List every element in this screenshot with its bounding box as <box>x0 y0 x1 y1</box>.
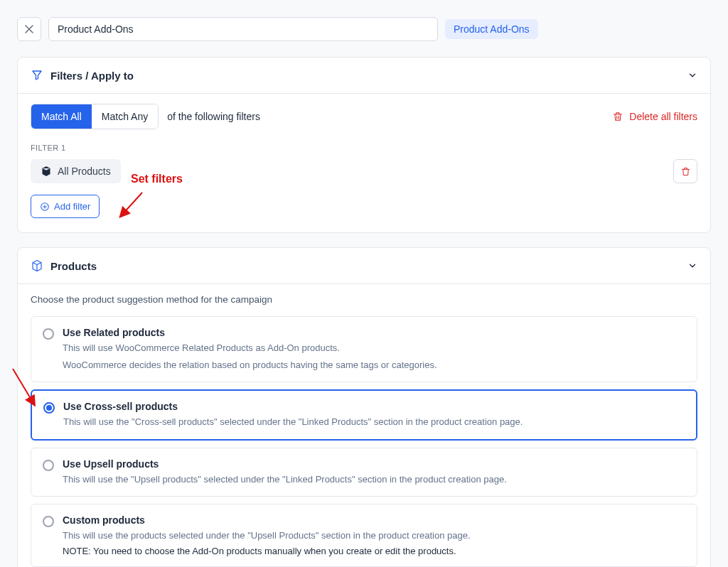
chevron-down-icon <box>687 261 697 271</box>
option-desc: This will use WooCommerce Related Produc… <box>63 341 437 355</box>
option-title: Use Cross-sell products <box>63 401 523 412</box>
option-desc: This will use the "Upsell products" sele… <box>63 472 507 487</box>
products-intro: Choose the product suggestion method for… <box>31 294 697 305</box>
trash-icon <box>680 166 691 177</box>
campaign-name-input[interactable] <box>48 17 438 41</box>
filter-1-label: FILTER 1 <box>31 144 697 152</box>
chevron-down-icon <box>687 70 697 80</box>
products-card: Products Choose the product suggestion m… <box>17 247 711 567</box>
products-card-body: Choose the product suggestion method for… <box>18 284 710 567</box>
radio-icon <box>43 402 55 414</box>
option-custom-products[interactable]: Custom products This will use the produc… <box>31 504 697 567</box>
delete-filter-button[interactable] <box>673 159 697 183</box>
products-card-header[interactable]: Products <box>18 248 710 284</box>
option-title: Custom products <box>63 514 471 526</box>
trash-icon <box>612 111 623 122</box>
filter-row: All Products <box>31 159 697 183</box>
match-toggle: Match All Match Any <box>31 104 159 129</box>
close-icon <box>24 24 34 34</box>
match-all-toggle[interactable]: Match All <box>31 104 92 129</box>
filters-card-header[interactable]: Filters / Apply to <box>18 58 710 93</box>
option-related-products[interactable]: Use Related products This will use WooCo… <box>31 316 697 382</box>
following-text: of the following filters <box>167 111 260 122</box>
option-cross-sell-products[interactable]: Use Cross-sell products This will use th… <box>31 389 697 441</box>
option-desc: This will use the "Cross-sell products" … <box>63 415 523 429</box>
cube-icon <box>41 166 52 177</box>
filter-chip-all-products[interactable]: All Products <box>31 159 121 183</box>
option-note: NOTE: You need to choose the Add-On prod… <box>63 546 471 556</box>
filters-card-title: Filters / Apply to <box>50 70 687 82</box>
products-card-title: Products <box>50 260 687 272</box>
option-upsell-products[interactable]: Use Upsell products This will use the "U… <box>31 448 697 497</box>
radio-icon <box>43 460 54 471</box>
close-button[interactable] <box>17 17 41 41</box>
add-filter-label: Add filter <box>54 201 90 212</box>
option-title: Use Related products <box>63 327 437 338</box>
top-bar: Product Add-Ons <box>17 17 711 41</box>
filters-card: Filters / Apply to Match All Match Any o… <box>17 57 711 233</box>
campaign-type-badge: Product Add-Ons <box>445 19 538 39</box>
filter-chip-label: All Products <box>58 166 111 177</box>
radio-icon <box>43 516 54 527</box>
match-any-toggle[interactable]: Match Any <box>92 104 158 129</box>
option-desc: WooCommerce decides the relation based o… <box>63 358 437 372</box>
cube-outline-icon <box>31 259 43 272</box>
delete-all-label: Delete all filters <box>629 111 697 122</box>
add-filter-button[interactable]: Add filter <box>31 195 100 218</box>
plus-circle-icon <box>40 202 50 212</box>
filters-card-body: Match All Match Any of the following fil… <box>18 93 710 232</box>
delete-all-filters-button[interactable]: Delete all filters <box>612 111 697 122</box>
radio-icon <box>43 328 54 340</box>
filter-icon <box>31 69 43 82</box>
option-desc: This will use the products selected unde… <box>63 529 471 543</box>
option-title: Use Upsell products <box>63 458 507 470</box>
